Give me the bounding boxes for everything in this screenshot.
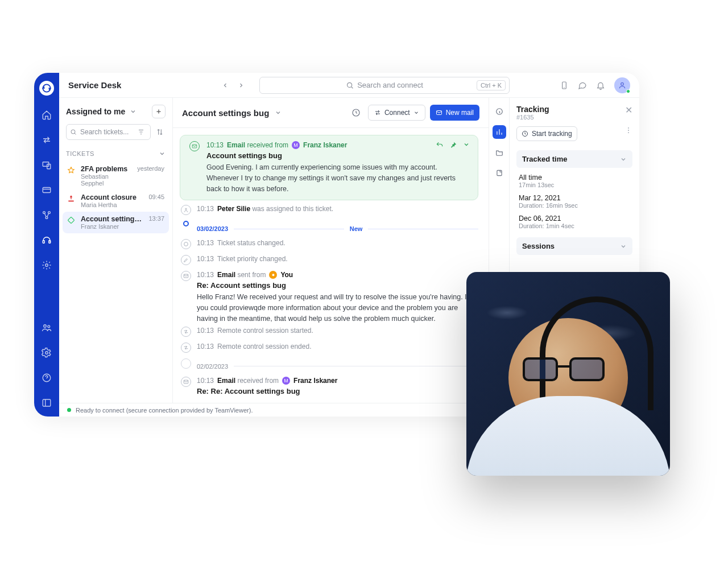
- divider-dot: [183, 221, 189, 226]
- agent-photo: [466, 272, 670, 476]
- chat-icon[interactable]: [578, 81, 587, 90]
- timeline-entry: 10:13Remote control session started.: [180, 327, 478, 340]
- ticket-search-input[interactable]: Search tickets...: [66, 124, 151, 140]
- more-icon[interactable]: [624, 126, 632, 141]
- chevron-down-icon[interactable]: [275, 109, 282, 116]
- mail-icon: [189, 141, 200, 151]
- ticket-filter-title[interactable]: Assigned to me: [66, 107, 125, 116]
- svg-point-30: [628, 127, 629, 129]
- service-desk-icon[interactable]: [41, 234, 52, 246]
- status-dot-icon: [67, 408, 71, 412]
- nav-forward-button[interactable]: [235, 80, 247, 91]
- tracked-total: All time17min 13sec: [519, 174, 630, 188]
- message-subject: Re: Re: Account settings bug: [197, 387, 478, 395]
- sessions-accordion[interactable]: Sessions: [516, 237, 632, 255]
- svg-rect-7: [43, 241, 44, 244]
- user-avatar[interactable]: [614, 77, 630, 93]
- timeline-entry: 10:13Ticket priority changed.: [180, 255, 478, 269]
- settings-icon[interactable]: [41, 347, 52, 358]
- sort-icon[interactable]: [154, 124, 166, 140]
- tracked-entry: Mar 12, 2021Duration: 16min 9sec: [519, 194, 630, 209]
- devices-icon[interactable]: [41, 159, 52, 171]
- mail-icon: [181, 271, 191, 281]
- close-button[interactable]: ✕: [625, 105, 632, 116]
- swap-icon: [374, 109, 381, 116]
- tracked-entry: Dec 06, 2021Duration: 1min 4sec: [519, 215, 630, 229]
- add-ticket-button[interactable]: [152, 105, 166, 118]
- ticket-item[interactable]: Account closureMaria Hertha 09:45: [63, 190, 169, 212]
- home-icon[interactable]: [41, 109, 52, 121]
- timeline-entry[interactable]: 10:13 Email sent from ● You Re: Account …: [180, 271, 478, 324]
- edit-icon: [181, 255, 191, 265]
- timeline-entry[interactable]: 10:13 Email received from M Franz Iskane…: [180, 135, 478, 200]
- ticket-type-icon: [67, 166, 76, 175]
- clock-icon[interactable]: [349, 105, 363, 120]
- search-icon: [70, 129, 77, 135]
- nav-rail: [34, 73, 59, 417]
- avatar-icon: M: [282, 377, 290, 385]
- svg-point-9: [46, 264, 48, 267]
- stats-icon[interactable]: [493, 125, 506, 139]
- ticket-item[interactable]: Account settings bugFranz Iskaner 13:37: [63, 212, 169, 233]
- presence-indicator: [626, 89, 630, 93]
- start-tracking-button[interactable]: Start tracking: [516, 126, 577, 141]
- mail-icon: [436, 109, 442, 116]
- chevron-down-icon[interactable]: [130, 108, 136, 115]
- avatar-icon: M: [292, 141, 300, 149]
- chevron-down-icon[interactable]: [463, 141, 470, 149]
- transfer-icon[interactable]: [41, 134, 52, 146]
- mail-icon: [181, 377, 191, 387]
- tickets-section-header[interactable]: TICKETS: [59, 146, 172, 162]
- app-title: Service Desk: [68, 80, 169, 90]
- svg-point-12: [46, 352, 48, 354]
- global-search[interactable]: Search and connect Ctrl + K: [259, 77, 510, 94]
- info-icon[interactable]: [493, 105, 506, 118]
- swap-icon: [181, 327, 191, 337]
- help-icon[interactable]: [41, 372, 52, 384]
- app-logo[interactable]: [39, 81, 54, 96]
- tracking-title: Tracking: [516, 105, 549, 114]
- svg-rect-14: [43, 399, 51, 406]
- ticket-type-icon: [67, 195, 76, 204]
- ticket-item[interactable]: 2FA problemsSebastian Sepphel yesterday: [63, 162, 169, 190]
- note-icon[interactable]: [493, 166, 506, 180]
- filter-icon[interactable]: [135, 129, 147, 135]
- message-body: Good Evening. I am currently experiencin…: [206, 162, 470, 194]
- status-icon: [181, 239, 191, 249]
- svg-point-32: [628, 132, 629, 133]
- reply-icon[interactable]: [436, 141, 444, 149]
- ticket-list-pane: Assigned to me Search tickets... TI: [59, 98, 173, 403]
- pin-icon[interactable]: [449, 141, 457, 149]
- connect-button[interactable]: Connect: [368, 105, 425, 121]
- user-icon: [181, 205, 191, 215]
- workflow-icon[interactable]: [41, 209, 52, 221]
- svg-point-17: [621, 83, 624, 85]
- bell-icon[interactable]: [596, 81, 605, 90]
- thread-title: Account settings bug: [182, 108, 269, 118]
- card-icon[interactable]: [41, 184, 52, 196]
- svg-point-23: [185, 208, 187, 210]
- status-text: Ready to connect (secure connection prov…: [76, 407, 253, 414]
- new-mail-button[interactable]: New mail: [430, 105, 479, 121]
- folder-icon[interactable]: [493, 146, 506, 159]
- timeline-entry[interactable]: 10:13 Email received from M Franz Iskane…: [180, 377, 478, 398]
- clock-icon: [522, 130, 528, 137]
- users-icon[interactable]: [41, 322, 52, 333]
- swap-icon: [181, 343, 191, 353]
- nav-back-button[interactable]: [220, 80, 231, 91]
- ticket-id: #1635: [516, 114, 549, 121]
- device-icon[interactable]: [560, 81, 569, 90]
- search-icon: [346, 81, 354, 89]
- ticket-type-icon: [67, 216, 76, 225]
- date-divider: 02/02/2023: [197, 363, 478, 370]
- topbar: Service Desk Search and connect Ctrl + K: [59, 73, 639, 98]
- timeline-entry: 10:13Ticket status changed.: [180, 239, 478, 253]
- tracked-time-accordion[interactable]: Tracked time: [516, 150, 632, 168]
- gear-icon[interactable]: [41, 259, 52, 271]
- collapse-icon[interactable]: [41, 397, 52, 409]
- message-subject: Re: Account settings bug: [197, 281, 478, 290]
- svg-point-18: [71, 130, 75, 134]
- timeline-entry: 10:13Peter Silie was assigned to this ti…: [180, 205, 478, 218]
- svg-rect-19: [68, 217, 75, 224]
- svg-rect-3: [43, 188, 51, 193]
